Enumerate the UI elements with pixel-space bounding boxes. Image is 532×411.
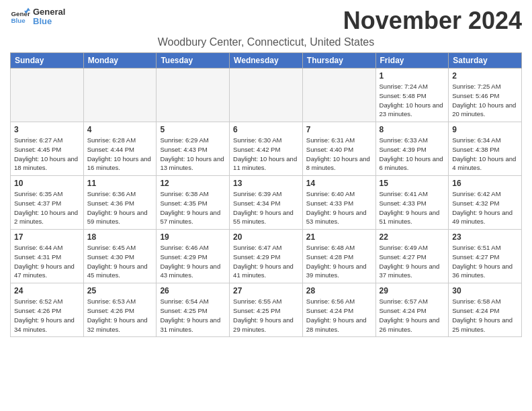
day-header-thursday: Thursday [302, 53, 375, 68]
cell-info: Sunrise: 7:24 AM Sunset: 5:48 PM Dayligh… [380, 82, 445, 119]
cell-info: Sunrise: 6:52 AM Sunset: 4:26 PM Dayligh… [14, 297, 80, 334]
calendar-cell: 17Sunrise: 6:44 AM Sunset: 4:31 PM Dayli… [11, 230, 84, 283]
cell-info: Sunrise: 6:36 AM Sunset: 4:36 PM Dayligh… [87, 189, 153, 226]
day-header-row: SundayMondayTuesdayWednesdayThursdayFrid… [11, 53, 522, 68]
day-number: 19 [160, 232, 226, 242]
calendar-cell [157, 68, 230, 122]
cell-info: Sunrise: 6:34 AM Sunset: 4:38 PM Dayligh… [452, 136, 518, 173]
day-number: 14 [306, 179, 372, 188]
calendar-week-1: 1Sunrise: 7:24 AM Sunset: 5:48 PM Daylig… [11, 68, 522, 122]
calendar-cell: 7Sunrise: 6:31 AM Sunset: 4:40 PM Daylig… [302, 122, 375, 176]
calendar-body: 1Sunrise: 7:24 AM Sunset: 5:48 PM Daylig… [11, 68, 522, 337]
cell-info: Sunrise: 6:45 AM Sunset: 4:30 PM Dayligh… [87, 243, 153, 280]
calendar-cell: 4Sunrise: 6:28 AM Sunset: 4:44 PM Daylig… [83, 122, 157, 176]
calendar-cell: 28Sunrise: 6:56 AM Sunset: 4:24 PM Dayli… [302, 283, 375, 337]
location-title: Woodbury Center, Connecticut, United Sta… [10, 36, 522, 48]
day-number: 8 [380, 125, 445, 134]
day-number: 29 [380, 286, 445, 295]
cell-info: Sunrise: 7:25 AM Sunset: 5:46 PM Dayligh… [452, 82, 518, 119]
day-header-wednesday: Wednesday [230, 53, 303, 68]
cell-info: Sunrise: 6:35 AM Sunset: 4:37 PM Dayligh… [14, 189, 80, 226]
cell-info: Sunrise: 6:42 AM Sunset: 4:32 PM Dayligh… [452, 189, 518, 226]
calendar-cell: 20Sunrise: 6:47 AM Sunset: 4:29 PM Dayli… [230, 230, 303, 283]
calendar-cell: 26Sunrise: 6:54 AM Sunset: 4:25 PM Dayli… [157, 283, 230, 337]
day-number: 1 [380, 71, 445, 81]
cell-info: Sunrise: 6:28 AM Sunset: 4:44 PM Dayligh… [87, 136, 153, 173]
cell-info: Sunrise: 6:51 AM Sunset: 4:27 PM Dayligh… [452, 243, 518, 280]
cell-info: Sunrise: 6:30 AM Sunset: 4:42 PM Dayligh… [233, 136, 299, 173]
calendar-cell: 9Sunrise: 6:34 AM Sunset: 4:38 PM Daylig… [449, 122, 522, 176]
day-number: 5 [160, 125, 226, 134]
day-number: 6 [233, 125, 299, 134]
day-number: 24 [14, 286, 80, 295]
logo-text-general: General [33, 7, 65, 17]
calendar-week-2: 3Sunrise: 6:27 AM Sunset: 4:45 PM Daylig… [11, 122, 522, 176]
calendar-cell: 14Sunrise: 6:40 AM Sunset: 4:33 PM Dayli… [302, 176, 375, 230]
calendar-cell: 3Sunrise: 6:27 AM Sunset: 4:45 PM Daylig… [11, 122, 84, 176]
calendar-cell: 10Sunrise: 6:35 AM Sunset: 4:37 PM Dayli… [11, 176, 84, 230]
cell-info: Sunrise: 6:39 AM Sunset: 4:34 PM Dayligh… [233, 189, 299, 226]
cell-info: Sunrise: 6:57 AM Sunset: 4:24 PM Dayligh… [380, 297, 445, 334]
calendar-cell: 12Sunrise: 6:38 AM Sunset: 4:35 PM Dayli… [157, 176, 230, 230]
cell-info: Sunrise: 6:29 AM Sunset: 4:43 PM Dayligh… [160, 136, 226, 173]
calendar-cell: 30Sunrise: 6:58 AM Sunset: 4:24 PM Dayli… [449, 283, 522, 337]
day-number: 28 [306, 286, 372, 295]
day-number: 21 [306, 232, 372, 242]
cell-info: Sunrise: 6:48 AM Sunset: 4:28 PM Dayligh… [306, 243, 372, 280]
day-number: 12 [160, 179, 226, 188]
calendar-week-4: 17Sunrise: 6:44 AM Sunset: 4:31 PM Dayli… [11, 230, 522, 283]
svg-marker-2 [26, 8, 30, 11]
calendar-cell: 24Sunrise: 6:52 AM Sunset: 4:26 PM Dayli… [11, 283, 84, 337]
svg-text:Blue: Blue [11, 17, 26, 24]
logo: General Blue General Blue [10, 7, 65, 27]
cell-info: Sunrise: 6:54 AM Sunset: 4:25 PM Dayligh… [160, 297, 226, 334]
calendar-cell: 2Sunrise: 7:25 AM Sunset: 5:46 PM Daylig… [449, 68, 522, 122]
cell-info: Sunrise: 6:49 AM Sunset: 4:27 PM Dayligh… [380, 243, 445, 280]
cell-info: Sunrise: 6:40 AM Sunset: 4:33 PM Dayligh… [306, 189, 372, 226]
page-header: General Blue General Blue November 2024 [10, 7, 522, 35]
cell-info: Sunrise: 6:56 AM Sunset: 4:24 PM Dayligh… [306, 297, 372, 334]
calendar-cell: 19Sunrise: 6:46 AM Sunset: 4:29 PM Dayli… [157, 230, 230, 283]
day-number: 17 [14, 232, 80, 242]
logo-icon: General Blue [10, 7, 30, 27]
cell-info: Sunrise: 6:55 AM Sunset: 4:25 PM Dayligh… [233, 297, 299, 334]
calendar-cell [83, 68, 157, 122]
day-number: 26 [160, 286, 226, 295]
calendar-cell: 1Sunrise: 7:24 AM Sunset: 5:48 PM Daylig… [375, 68, 449, 122]
day-number: 16 [452, 179, 518, 188]
month-title: November 2024 [343, 7, 522, 35]
calendar-cell [302, 68, 375, 122]
cell-info: Sunrise: 6:38 AM Sunset: 4:35 PM Dayligh… [160, 189, 226, 226]
cell-info: Sunrise: 6:27 AM Sunset: 4:45 PM Dayligh… [14, 136, 80, 173]
calendar-cell: 8Sunrise: 6:33 AM Sunset: 4:39 PM Daylig… [375, 122, 449, 176]
cell-info: Sunrise: 6:47 AM Sunset: 4:29 PM Dayligh… [233, 243, 299, 280]
calendar-cell: 22Sunrise: 6:49 AM Sunset: 4:27 PM Dayli… [375, 230, 449, 283]
day-number: 4 [87, 125, 153, 134]
calendar-cell [230, 68, 303, 122]
cell-info: Sunrise: 6:58 AM Sunset: 4:24 PM Dayligh… [452, 297, 518, 334]
calendar-cell: 23Sunrise: 6:51 AM Sunset: 4:27 PM Dayli… [449, 230, 522, 283]
day-number: 13 [233, 179, 299, 188]
day-number: 11 [87, 179, 153, 188]
day-number: 15 [380, 179, 445, 188]
calendar-cell: 27Sunrise: 6:55 AM Sunset: 4:25 PM Dayli… [230, 283, 303, 337]
day-number: 27 [233, 286, 299, 295]
day-header-friday: Friday [375, 53, 449, 68]
day-number: 10 [14, 179, 80, 188]
day-number: 25 [87, 286, 153, 295]
calendar-cell: 18Sunrise: 6:45 AM Sunset: 4:30 PM Dayli… [83, 230, 157, 283]
calendar-cell: 15Sunrise: 6:41 AM Sunset: 4:33 PM Dayli… [375, 176, 449, 230]
day-number: 3 [14, 125, 80, 134]
calendar-week-3: 10Sunrise: 6:35 AM Sunset: 4:37 PM Dayli… [11, 176, 522, 230]
calendar-cell: 5Sunrise: 6:29 AM Sunset: 4:43 PM Daylig… [157, 122, 230, 176]
calendar-cell [11, 68, 84, 122]
cell-info: Sunrise: 6:44 AM Sunset: 4:31 PM Dayligh… [14, 243, 80, 280]
calendar-cell: 29Sunrise: 6:57 AM Sunset: 4:24 PM Dayli… [375, 283, 449, 337]
calendar-table: SundayMondayTuesdayWednesdayThursdayFrid… [10, 52, 522, 337]
day-number: 30 [452, 286, 518, 295]
day-number: 7 [306, 125, 372, 134]
cell-info: Sunrise: 6:53 AM Sunset: 4:26 PM Dayligh… [87, 297, 153, 334]
calendar-cell: 6Sunrise: 6:30 AM Sunset: 4:42 PM Daylig… [230, 122, 303, 176]
day-header-tuesday: Tuesday [157, 53, 230, 68]
day-number: 9 [452, 125, 518, 134]
